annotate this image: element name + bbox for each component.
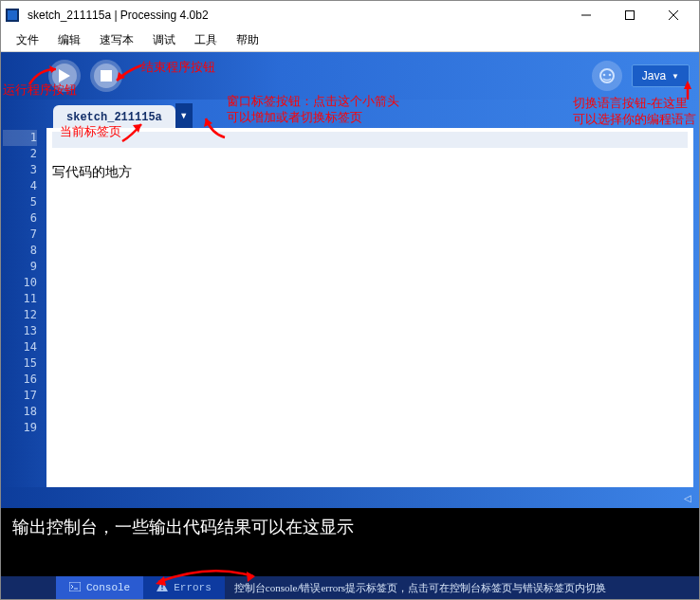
svg-rect-14	[162, 584, 163, 588]
chevron-down-icon: ▼	[179, 111, 188, 120]
svg-rect-15	[162, 589, 163, 590]
window-titlebar: sketch_211115a | Processing 4.0b2	[1, 1, 699, 29]
editor-placeholder-annotation: 写代码的地方	[52, 165, 132, 179]
window-title: sketch_211115a | Processing 4.0b2	[28, 9, 564, 22]
console-tab[interactable]: Console	[56, 576, 143, 599]
menu-sketch[interactable]: 速写本	[90, 30, 143, 50]
console-placeholder-annotation: 输出控制台，一些输出代码结果可以在这显示	[12, 518, 354, 536]
language-selector-button[interactable]: Java ▼	[632, 64, 690, 87]
editor-area: sketch_211115a ▼ 12345678910111213141516…	[1, 100, 699, 487]
app-logo-icon	[5, 8, 20, 23]
console-splitter[interactable]: ◁	[1, 487, 699, 508]
stop-button[interactable]	[90, 60, 122, 92]
console-tab-label: Console	[86, 582, 130, 593]
bottom-hint-annotation: 控制台console/错误errors提示标签页，点击可在控制台标签页与错误标签…	[225, 576, 699, 599]
svg-point-10	[608, 74, 611, 77]
run-button[interactable]	[48, 60, 81, 92]
menu-debug[interactable]: 调试	[143, 30, 185, 50]
bottom-tab-bar: Console Errors 控制台console/错误errors提示标签页，…	[1, 576, 699, 599]
window-maximize-button[interactable]	[608, 1, 652, 29]
menu-help[interactable]: 帮助	[227, 30, 268, 50]
line-number-gutter: 12345678910111213141516171819	[1, 128, 46, 487]
tab-strip: sketch_211115a ▼	[1, 100, 699, 128]
svg-rect-7	[101, 70, 112, 82]
menu-edit[interactable]: 编辑	[48, 30, 90, 50]
warning-icon	[157, 581, 168, 594]
window-minimize-button[interactable]	[564, 1, 608, 29]
svg-point-9	[602, 74, 605, 77]
collapse-console-icon: ◁	[684, 493, 691, 503]
svg-marker-6	[59, 69, 70, 82]
tab-dropdown-button[interactable]: ▼	[175, 103, 193, 128]
window-close-button[interactable]	[652, 1, 695, 29]
svg-rect-3	[626, 11, 635, 20]
menu-file[interactable]: 文件	[7, 30, 48, 50]
console-icon	[69, 582, 81, 594]
debug-mode-icon[interactable]	[592, 61, 622, 91]
menubar: 文件 编辑 速写本 调试 工具 帮助	[1, 29, 699, 52]
tab-active[interactable]: sketch_211115a	[53, 105, 175, 128]
toolbar: Java ▼	[1, 52, 699, 100]
code-editor[interactable]: 写代码的地方	[46, 128, 693, 487]
errors-tab[interactable]: Errors	[143, 576, 225, 599]
chevron-down-icon: ▼	[672, 72, 679, 81]
language-label: Java	[642, 69, 666, 82]
errors-tab-label: Errors	[174, 582, 212, 593]
svg-rect-1	[8, 10, 17, 20]
svg-rect-11	[69, 582, 81, 591]
console-output: 输出控制台，一些输出代码结果可以在这显示	[1, 508, 699, 576]
menu-tools[interactable]: 工具	[185, 30, 227, 50]
